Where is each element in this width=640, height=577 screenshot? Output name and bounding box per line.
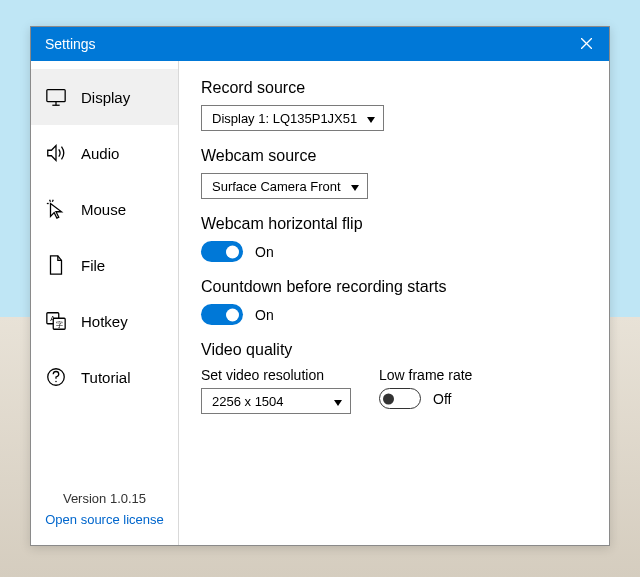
webcam-source-select[interactable]: Surface Camera Front — [201, 173, 368, 199]
titlebar: Settings — [31, 27, 609, 61]
sidebar-item-label: Tutorial — [81, 369, 130, 386]
file-icon — [45, 254, 67, 276]
svg-marker-17 — [334, 400, 342, 406]
record-source-title: Record source — [201, 79, 587, 97]
webcam-flip-section: Webcam horizontal flip On — [201, 215, 587, 262]
webcam-flip-toggle[interactable] — [201, 241, 243, 262]
webcam-source-value: Surface Camera Front — [212, 179, 341, 194]
sidebar-item-label: File — [81, 257, 105, 274]
svg-line-8 — [52, 200, 53, 202]
webcam-source-section: Webcam source Surface Camera Front — [201, 147, 587, 199]
chevron-down-icon — [334, 394, 342, 409]
window-title: Settings — [45, 36, 96, 52]
resolution-group: Set video resolution 2256 x 1504 — [201, 367, 351, 414]
chevron-down-icon — [367, 111, 375, 126]
audio-icon — [45, 142, 67, 164]
version-label: Version 1.0.15 — [37, 489, 172, 510]
record-source-select[interactable]: Display 1: LQ135P1JX51 — [201, 105, 384, 131]
sidebar-item-display[interactable]: Display — [31, 69, 178, 125]
low-frame-label: Low frame rate — [379, 367, 472, 383]
content-pane: Record source Display 1: LQ135P1JX51 Web… — [179, 61, 609, 545]
countdown-toggle[interactable] — [201, 304, 243, 325]
close-button[interactable] — [563, 27, 609, 61]
low-frame-toggle[interactable] — [379, 388, 421, 409]
low-frame-state: Off — [433, 391, 451, 407]
sidebar: Display Audio Mouse File — [31, 61, 179, 545]
sidebar-item-audio[interactable]: Audio — [31, 125, 178, 181]
sidebar-item-tutorial[interactable]: Tutorial — [31, 349, 178, 405]
close-icon — [581, 36, 592, 52]
svg-text:字: 字 — [56, 320, 63, 329]
sidebar-item-label: Mouse — [81, 201, 126, 218]
help-icon — [45, 366, 67, 388]
svg-rect-2 — [47, 90, 65, 102]
record-source-value: Display 1: LQ135P1JX51 — [212, 111, 357, 126]
license-link[interactable]: Open source license — [37, 510, 172, 531]
svg-line-6 — [50, 200, 51, 202]
countdown-state: On — [255, 307, 274, 323]
settings-window: Settings Display Audio — [30, 26, 610, 546]
low-frame-group: Low frame rate Off — [379, 367, 472, 414]
sidebar-item-label: Hotkey — [81, 313, 128, 330]
video-quality-section: Video quality Set video resolution 2256 … — [201, 341, 587, 414]
webcam-flip-title: Webcam horizontal flip — [201, 215, 587, 233]
video-quality-title: Video quality — [201, 341, 587, 359]
sidebar-item-mouse[interactable]: Mouse — [31, 181, 178, 237]
hotkey-icon: A字 — [45, 310, 67, 332]
window-body: Display Audio Mouse File — [31, 61, 609, 545]
display-icon — [45, 86, 67, 108]
webcam-source-title: Webcam source — [201, 147, 587, 165]
webcam-flip-state: On — [255, 244, 274, 260]
sidebar-footer: Version 1.0.15 Open source license — [31, 479, 178, 545]
svg-marker-15 — [367, 117, 375, 123]
sidebar-item-hotkey[interactable]: A字 Hotkey — [31, 293, 178, 349]
resolution-select[interactable]: 2256 x 1504 — [201, 388, 351, 414]
chevron-down-icon — [351, 179, 359, 194]
mouse-icon — [45, 198, 67, 220]
sidebar-item-label: Display — [81, 89, 130, 106]
resolution-label: Set video resolution — [201, 367, 351, 383]
svg-point-14 — [55, 381, 56, 382]
resolution-value: 2256 x 1504 — [212, 394, 284, 409]
svg-marker-16 — [351, 185, 359, 191]
record-source-section: Record source Display 1: LQ135P1JX51 — [201, 79, 587, 131]
countdown-section: Countdown before recording starts On — [201, 278, 587, 325]
countdown-title: Countdown before recording starts — [201, 278, 587, 296]
svg-marker-5 — [48, 146, 56, 161]
sidebar-item-label: Audio — [81, 145, 119, 162]
sidebar-item-file[interactable]: File — [31, 237, 178, 293]
